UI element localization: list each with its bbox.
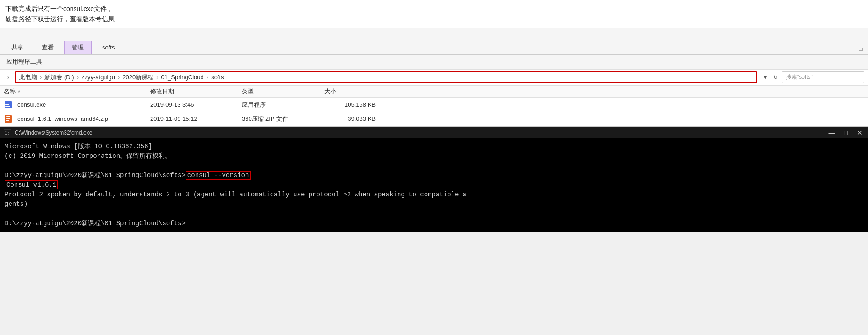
cmd-maximize-button[interactable]: □ xyxy=(842,129,850,136)
cmd-command-1: consul --version xyxy=(186,171,251,180)
file-type-0: 应用程序 xyxy=(242,101,324,109)
address-bar-row: › 此电脑 › 新加卷 (D:) › zzyy-atguigu › 2020新课… xyxy=(0,70,868,86)
address-part-0: 此电脑 xyxy=(19,73,37,81)
nav-back-button[interactable]: › xyxy=(4,73,13,82)
cmd-line-prompt2: D:\zzyy-atguigu\2020新课程\01_SpringCloud\s… xyxy=(5,219,863,228)
annotation-line2: 硬盘路径下双击运行，查看版本号信息 xyxy=(5,14,863,24)
col-type-header[interactable]: 类型 xyxy=(242,87,324,96)
svg-rect-6 xyxy=(6,118,10,119)
sep-1: › xyxy=(77,74,79,81)
cmd-minimize-button[interactable]: — xyxy=(827,129,837,136)
svg-text:C:\: C:\ xyxy=(5,130,11,135)
svg-rect-7 xyxy=(6,120,9,121)
address-box[interactable]: 此电脑 › 新加卷 (D:) › zzyy-atguigu › 2020新课程 … xyxy=(15,71,757,83)
col-date-header[interactable]: 修改日期 xyxy=(150,87,242,96)
svg-rect-5 xyxy=(6,116,10,117)
tab-manage[interactable]: 管理 xyxy=(64,41,92,54)
address-part-1: 新加卷 (D:) xyxy=(44,73,74,81)
svg-rect-1 xyxy=(5,103,11,103)
svg-rect-2 xyxy=(5,104,9,105)
sub-ribbon-apptool[interactable]: 应用程序工具 xyxy=(4,57,45,67)
col-name-label: 名称 xyxy=(4,87,16,96)
cmd-line-empty-2 xyxy=(5,209,863,219)
address-controls: ▾ ↻ xyxy=(761,73,780,82)
file-size-0: 105,158 KB xyxy=(324,101,379,108)
refresh-button[interactable]: ↻ xyxy=(771,73,780,82)
file-icon-exe xyxy=(4,100,13,109)
dropdown-arrow[interactable]: ▾ xyxy=(761,73,770,82)
ribbon-tabs: 共享 查看 管理 softs xyxy=(4,41,123,54)
cmd-cursor: _ xyxy=(186,220,189,227)
cmd-titlebar: C:\ C:\Windows\System32\cmd.exe — □ ✕ xyxy=(0,127,868,138)
file-icon-zip xyxy=(4,114,13,124)
cmd-line-prompt1: D:\zzyy-atguigu\2020新课程\01_SpringCloud\s… xyxy=(5,171,863,180)
cmd-title-text: C:\Windows\System32\cmd.exe xyxy=(15,130,827,136)
address-part-3: 2020新课程 xyxy=(122,73,153,81)
file-list: consul.exe 2019-09-13 3:46 应用程序 105,158 … xyxy=(0,98,868,126)
cmd-content: Microsoft Windows [版本 10.0.18362.356] (c… xyxy=(0,138,868,232)
file-explorer: 共享 查看 管理 softs — □ 应用程序工具 › 此电脑 › 新加卷 (D… xyxy=(0,28,868,127)
cmd-prompt-1: D:\zzyy-atguigu\2020新课程\01_SpringCloud\s… xyxy=(5,172,186,179)
col-name-header[interactable]: 名称 ∧ xyxy=(4,87,150,96)
address-part-5: softs xyxy=(211,74,224,81)
search-box[interactable]: 搜索"softs" xyxy=(782,71,864,83)
cmd-line-gents: gents) xyxy=(5,200,863,209)
cmd-line-empty-1 xyxy=(5,161,863,171)
cmd-line-2: (c) 2019 Microsoft Corporation。保留所有权利。 xyxy=(5,151,863,161)
cmd-line-protocol: Protocol 2 spoken by default, understand… xyxy=(5,190,863,200)
cmd-line-version: Consul v1.6.1 xyxy=(5,180,863,190)
ribbon: 共享 查看 管理 softs — □ xyxy=(0,28,868,55)
cmd-line-1: Microsoft Windows [版本 10.0.18362.356] xyxy=(5,142,863,151)
col-size-header[interactable]: 大小 xyxy=(324,87,379,96)
file-date-1: 2019-11-09 15:12 xyxy=(150,115,242,122)
table-row[interactable]: consul.exe 2019-09-13 3:46 应用程序 105,158 … xyxy=(0,98,868,112)
tab-softs[interactable]: softs xyxy=(94,41,122,54)
cmd-version-label: Consul v1.6.1 xyxy=(5,180,58,189)
window-controls: — □ xyxy=(846,45,864,54)
sub-ribbon: 应用程序工具 xyxy=(0,55,868,70)
table-row[interactable]: consul_1.6.1_windows_amd64.zip 2019-11-0… xyxy=(0,112,868,126)
cmd-window: C:\ C:\Windows\System32\cmd.exe — □ ✕ Mi… xyxy=(0,127,868,232)
file-type-1: 360压缩 ZIP 文件 xyxy=(242,115,324,123)
cmd-prompt-2: D:\zzyy-atguigu\2020新课程\01_SpringCloud\s… xyxy=(5,220,186,227)
file-name-col: consul_1.6.1_windows_amd64.zip xyxy=(4,114,150,124)
file-name-0: consul.exe xyxy=(17,101,46,108)
tab-view[interactable]: 查看 xyxy=(34,41,61,54)
sep-0: › xyxy=(40,74,42,81)
sep-3: › xyxy=(156,74,158,81)
sort-arrow: ∧ xyxy=(17,89,21,94)
cmd-window-controls: — □ ✕ xyxy=(827,129,864,136)
sep-2: › xyxy=(118,74,120,81)
annotation-area: 下载完成后只有一个consul.exe文件， 硬盘路径下双击运行，查看版本号信息 xyxy=(0,0,868,28)
annotation-line1: 下载完成后只有一个consul.exe文件， xyxy=(5,4,863,14)
file-date-0: 2019-09-13 3:46 xyxy=(150,101,242,108)
file-name-col: consul.exe xyxy=(4,100,150,109)
cmd-icon: C:\ xyxy=(4,129,11,136)
sep-4: › xyxy=(207,74,208,81)
file-list-header: 名称 ∧ 修改日期 类型 大小 xyxy=(0,86,868,98)
file-name-1: consul_1.6.1_windows_amd64.zip xyxy=(17,115,108,122)
minimize-button[interactable]: — xyxy=(846,45,853,53)
restore-button[interactable]: □ xyxy=(857,45,864,53)
file-size-1: 39,083 KB xyxy=(324,115,379,122)
cmd-close-button[interactable]: ✕ xyxy=(855,129,864,136)
search-placeholder: 搜索"softs" xyxy=(786,73,813,81)
svg-rect-3 xyxy=(5,106,10,107)
address-part-4: 01_SpringCloud xyxy=(161,74,204,81)
address-part-2: zzyy-atguigu xyxy=(82,74,115,81)
tab-share[interactable]: 共享 xyxy=(4,41,31,54)
